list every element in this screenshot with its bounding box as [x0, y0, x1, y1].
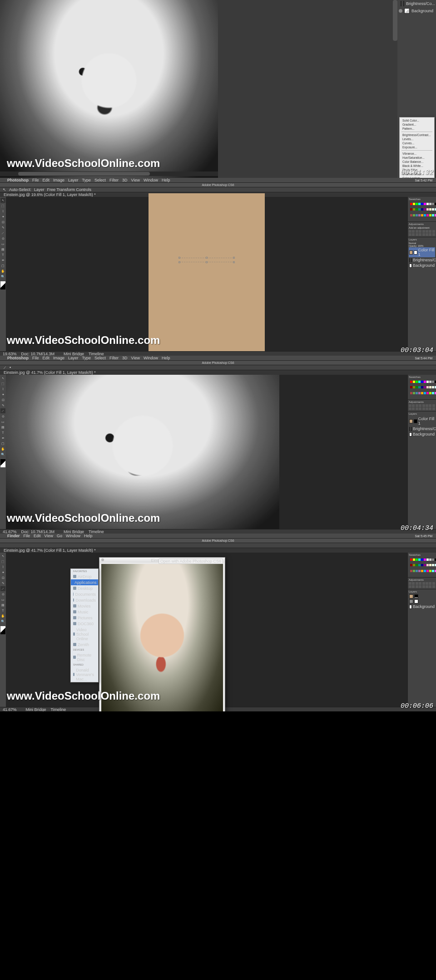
layer-background[interactable]: Background [409, 604, 435, 609]
sidebar-folder[interactable]: DOC360 [71, 621, 98, 627]
hand-tool[interactable]: ✋ [0, 269, 5, 274]
layer-color-fill[interactable]: Color Fill 1 [409, 247, 435, 257]
crop-tool[interactable]: ⊡ [0, 220, 5, 225]
swatch[interactable] [418, 214, 421, 216]
swatch[interactable] [421, 559, 423, 561]
sidebar-shared-mac[interactable]: Donald Vennare's Mac... [71, 667, 98, 682]
menu-item[interactable]: Curves... [400, 141, 434, 145]
swatch[interactable] [432, 392, 434, 394]
swatch[interactable] [416, 559, 418, 561]
adj-icon[interactable] [412, 407, 415, 410]
adj-icon[interactable] [426, 585, 428, 588]
adj-icon[interactable] [419, 404, 421, 407]
panel-header[interactable]: Layers [409, 412, 435, 415]
transform-handle[interactable] [206, 261, 208, 263]
adj-icon[interactable] [419, 233, 421, 236]
type-tool[interactable]: T [0, 430, 5, 435]
stamp-tool[interactable]: ⊙ [0, 592, 5, 597]
swatch[interactable] [413, 381, 415, 383]
adj-icon[interactable] [422, 404, 425, 407]
panel-header[interactable]: Adjustments [409, 223, 435, 225]
timeline-tab[interactable]: Timeline [51, 707, 66, 712]
sidebar-music[interactable]: Music [71, 609, 98, 615]
foreground-background-colors[interactable] [0, 626, 5, 634]
adj-icon[interactable] [412, 404, 415, 407]
swatch[interactable] [416, 203, 418, 205]
adj-icon[interactable] [429, 407, 431, 410]
menu-view[interactable]: View [131, 178, 140, 182]
transform-bounding-box[interactable] [179, 258, 234, 262]
swatch[interactable] [429, 214, 431, 216]
adj-icon[interactable] [422, 585, 425, 588]
menu-file[interactable]: File [32, 356, 39, 360]
swatch[interactable] [413, 208, 415, 211]
menu-filter[interactable]: Filter [109, 356, 119, 360]
mini-bridge-tab[interactable]: Mini Bridge [64, 529, 84, 534]
menu-window[interactable]: Window [66, 534, 80, 538]
swatch[interactable] [424, 203, 426, 205]
swatch[interactable] [429, 559, 431, 561]
transform-handle[interactable] [206, 257, 208, 259]
adj-icon[interactable] [419, 230, 421, 233]
mini-bridge-tab[interactable]: Mini Bridge [26, 707, 46, 712]
swatch[interactable] [410, 559, 412, 561]
sidebar-pictures[interactable]: Pictures [71, 615, 98, 621]
adj-icon[interactable] [416, 407, 418, 410]
timeline-tab[interactable]: Timeline [89, 352, 104, 356]
panel-header[interactable]: Layers [409, 590, 435, 593]
transform-handle[interactable] [178, 261, 180, 263]
swatch[interactable] [426, 386, 429, 388]
swatch[interactable] [424, 386, 426, 388]
swatch[interactable] [413, 564, 415, 566]
adj-icon[interactable] [422, 582, 425, 585]
swatch[interactable] [418, 203, 421, 205]
swatch[interactable] [432, 570, 434, 572]
crop-tool[interactable]: ⊡ [0, 397, 5, 402]
swatch[interactable] [410, 208, 412, 211]
adj-icon[interactable] [432, 582, 435, 585]
swatch[interactable] [424, 214, 426, 216]
swatch[interactable] [416, 564, 418, 566]
adj-icon[interactable] [432, 233, 435, 236]
swatch[interactable] [429, 381, 431, 383]
sidebar-downloads[interactable]: Downloads [71, 597, 98, 603]
sidebar-folder[interactable]: Zenith [71, 642, 98, 647]
swatch[interactable] [418, 386, 421, 388]
wand-tool[interactable]: ✦ [0, 214, 5, 219]
menu-item[interactable]: Levels... [400, 137, 434, 141]
adj-icon[interactable] [412, 582, 415, 585]
visibility-toggle-icon[interactable] [399, 9, 402, 13]
move-tool[interactable]: ↖ [0, 376, 5, 381]
swatch[interactable] [413, 570, 415, 572]
mini-bridge-tab[interactable]: Mini Bridge [64, 352, 84, 356]
sidebar-folder[interactable]: Video School Online [71, 627, 98, 642]
menu-select[interactable]: Select [94, 356, 106, 360]
menu-item[interactable]: Hue/Saturation... [400, 156, 434, 160]
swatch[interactable] [413, 386, 415, 388]
swatch[interactable] [418, 208, 421, 211]
stamp-tool[interactable]: ⊙ [0, 236, 5, 241]
eraser-tool[interactable]: ▭ [0, 241, 5, 246]
menu-window[interactable]: Window [144, 356, 158, 360]
layer-brightness[interactable]: Brightness/C... [409, 257, 435, 263]
adj-icon[interactable] [429, 230, 431, 233]
swatch[interactable] [429, 203, 431, 205]
menu-help[interactable]: Help [162, 178, 170, 182]
layer-brightness[interactable] [409, 599, 435, 604]
swatch[interactable] [429, 386, 431, 388]
swatch[interactable] [421, 208, 423, 211]
gradient-tool[interactable]: ▤ [0, 603, 5, 608]
transform-handle[interactable] [233, 261, 235, 263]
menu-go[interactable]: Go [57, 534, 62, 538]
eyedropper-tool[interactable]: ✎ [0, 403, 5, 408]
adj-icon[interactable] [429, 233, 431, 236]
adj-icon[interactable] [409, 582, 411, 585]
adj-icon[interactable] [419, 585, 421, 588]
zoom-level[interactable]: 41.67% [3, 707, 17, 712]
layer-color-fill[interactable]: Color Fill 1 [409, 416, 435, 426]
zoom-tool[interactable]: 🔍 [0, 452, 5, 457]
swatch[interactable] [426, 203, 429, 205]
layer-background[interactable]: Background [397, 7, 436, 15]
swatch[interactable] [424, 564, 426, 566]
adj-icon[interactable] [412, 230, 415, 233]
